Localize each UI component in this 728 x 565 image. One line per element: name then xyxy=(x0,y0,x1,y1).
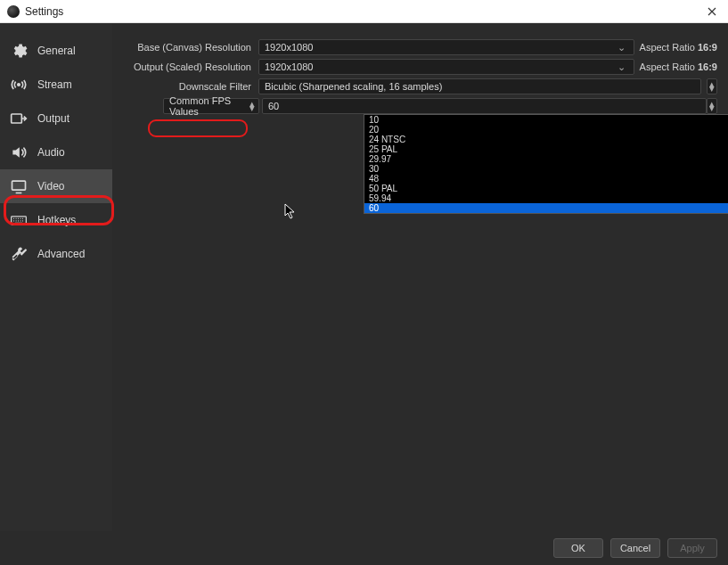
sidebar-item-label: Advanced xyxy=(37,248,85,260)
chevron-updown-icon: ▴▾ xyxy=(709,82,715,91)
close-button[interactable] xyxy=(703,3,721,20)
dropdown-value: 60 xyxy=(268,101,279,111)
fps-option[interactable]: 25 PAL xyxy=(364,144,728,154)
antenna-icon xyxy=(9,75,29,94)
fps-option[interactable]: 20 xyxy=(364,125,728,135)
fps-value-dropdown[interactable]: 60 xyxy=(262,98,707,114)
chevron-updown-icon: ▴▾ xyxy=(249,102,255,111)
sidebar-item-advanced[interactable]: Advanced xyxy=(0,237,112,271)
cancel-button[interactable]: Cancel xyxy=(610,538,660,558)
output-icon xyxy=(9,109,29,128)
svg-rect-2 xyxy=(12,181,26,190)
sidebar-item-label: Stream xyxy=(37,78,72,91)
sidebar-item-label: Hotkeys xyxy=(37,214,76,226)
fps-option[interactable]: 24 NTSC xyxy=(364,135,728,144)
sidebar: General Stream Output Audio Video xyxy=(0,23,112,531)
chevron-down-icon: ⌄ xyxy=(616,42,628,53)
speaker-icon xyxy=(9,143,29,162)
sidebar-item-label: General xyxy=(37,45,76,57)
base-resolution-label: Base (Canvas) Resolution xyxy=(123,42,258,53)
sidebar-item-general[interactable]: General xyxy=(0,34,112,68)
fps-option[interactable]: 48 xyxy=(364,174,728,184)
content-panel: Base (Canvas) Resolution 1920x1080 ⌄ Asp… xyxy=(112,23,728,531)
aspect-ratio-label: Aspect Ratio 16:9 xyxy=(640,42,717,53)
sidebar-item-label: Video xyxy=(37,180,64,192)
monitor-icon xyxy=(9,176,29,196)
dropdown-value: Common FPS Values xyxy=(169,95,249,117)
close-icon xyxy=(708,7,716,16)
fps-option[interactable]: 59.94 xyxy=(364,193,728,203)
output-resolution-row: Output (Scaled) Resolution 1920x1080 ⌄ A… xyxy=(123,57,717,77)
sidebar-item-hotkeys[interactable]: Hotkeys xyxy=(0,203,112,237)
fps-option[interactable]: 29.97 xyxy=(364,154,728,164)
apply-button: Apply xyxy=(667,538,717,558)
footer: OK Cancel Apply xyxy=(0,531,728,565)
main-area: General Stream Output Audio Video xyxy=(0,23,728,531)
sidebar-item-label: Output xyxy=(37,112,70,125)
downscale-filter-row: Downscale Filter Bicubic (Sharpened scal… xyxy=(123,77,717,96)
output-resolution-label: Output (Scaled) Resolution xyxy=(123,61,258,72)
sidebar-item-audio[interactable]: Audio xyxy=(0,135,112,169)
downscale-filter-dropdown[interactable]: Bicubic (Sharpened scaling, 16 samples) xyxy=(258,78,701,94)
fps-option[interactable]: 60 xyxy=(364,203,728,213)
chevron-updown-icon: ▴▾ xyxy=(709,102,715,111)
app-icon xyxy=(7,5,20,18)
dropdown-value: Bicubic (Sharpened scaling, 16 samples) xyxy=(265,81,442,92)
fps-options-list: 10 20 24 NTSC 25 PAL 29.97 30 48 50 PAL … xyxy=(364,114,728,214)
sidebar-item-video[interactable]: Video xyxy=(0,169,112,203)
fps-option[interactable]: 10 xyxy=(364,115,728,125)
dropdown-value: 1920x1080 xyxy=(265,42,313,53)
window-title: Settings xyxy=(25,5,703,18)
fps-option[interactable]: 50 PAL xyxy=(364,184,728,193)
downscale-filter-label: Downscale Filter xyxy=(123,81,258,92)
fps-option[interactable]: 30 xyxy=(364,164,728,174)
spinner-control[interactable]: ▴▾ xyxy=(707,98,717,114)
chevron-down-icon: ⌄ xyxy=(616,61,628,73)
base-resolution-dropdown[interactable]: 1920x1080 ⌄ xyxy=(258,39,634,55)
dropdown-value: 1920x1080 xyxy=(265,61,313,72)
sidebar-item-stream[interactable]: Stream xyxy=(0,68,112,102)
gear-icon xyxy=(9,41,29,61)
aspect-ratio-label: Aspect Ratio 16:9 xyxy=(640,61,717,72)
ok-button[interactable]: OK xyxy=(553,538,603,558)
sidebar-item-label: Audio xyxy=(37,146,65,159)
base-resolution-row: Base (Canvas) Resolution 1920x1080 ⌄ Asp… xyxy=(123,37,717,57)
tools-icon xyxy=(9,244,29,264)
fps-row: Common FPS Values ▴▾ 60 ▴▾ xyxy=(123,96,717,116)
keyboard-icon xyxy=(9,210,29,230)
svg-rect-1 xyxy=(12,114,22,123)
svg-point-0 xyxy=(18,84,20,86)
fps-type-dropdown[interactable]: Common FPS Values ▴▾ xyxy=(163,98,259,114)
sidebar-item-output[interactable]: Output xyxy=(0,102,112,135)
output-resolution-dropdown[interactable]: 1920x1080 ⌄ xyxy=(258,59,634,75)
titlebar: Settings xyxy=(0,0,728,23)
spinner-control[interactable]: ▴▾ xyxy=(707,78,717,94)
